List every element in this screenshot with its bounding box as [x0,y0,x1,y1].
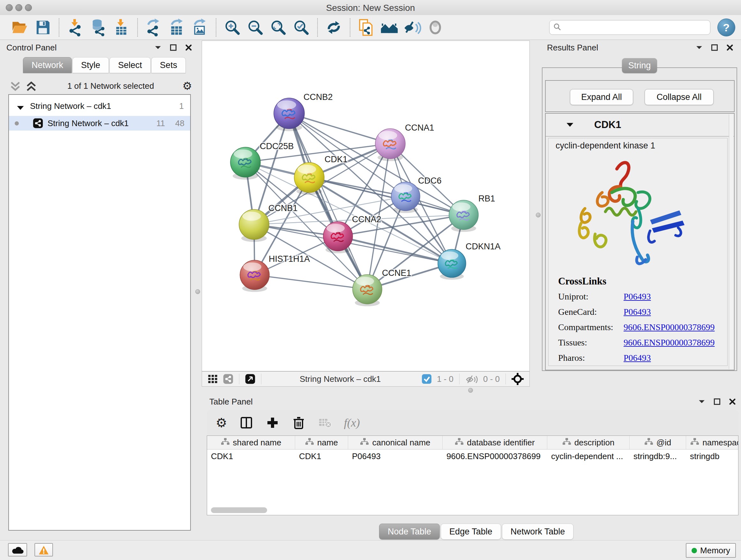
expand-all-button[interactable]: Expand All [570,89,633,105]
results-panel-close-icon[interactable] [726,44,733,51]
tab-network-table[interactable]: Network Table [502,523,574,540]
table-cell[interactable]: stringdb [686,451,738,461]
crosslink-link[interactable]: P06493 [623,353,725,363]
tab-string[interactable]: String [622,58,657,73]
hide-selected-button[interactable] [402,17,422,37]
collection-count: 1 [179,101,184,111]
entry-details: cyclin-dependent kinase 1 [548,138,728,366]
svg-text:CDC25B: CDC25B [260,141,294,151]
create-column-button[interactable] [266,416,280,430]
birds-eye-view-button[interactable] [511,372,524,386]
left-splitter-handle[interactable] [195,289,200,294]
zoom-selected-button[interactable] [291,17,311,37]
network-view-icon[interactable] [222,373,234,385]
column-label: shared name [233,438,281,448]
table-cell[interactable]: CDK1 [295,451,348,461]
tab-node-table[interactable]: Node Table [379,523,440,540]
control-panel-header: Control Panel [4,42,198,53]
table-cell[interactable]: P06493 [348,451,443,461]
save-session-button[interactable] [33,17,53,37]
zoom-in-button[interactable] [222,17,242,37]
column-label: description [575,438,615,448]
network-canvas[interactable]: CCNB2CCNB2CCNA1CCNA1CDC25BCDC25BCDK1CDK1… [202,41,530,371]
table-cell[interactable]: cyclin-dependent ... [547,451,630,461]
export-network-button[interactable] [144,17,164,37]
horizontal-splitter-handle[interactable] [468,388,473,393]
import-network-button[interactable] [65,17,85,37]
export-table-button[interactable] [167,17,187,37]
control-panel-collapse-icon[interactable] [154,44,161,51]
results-panel-collapse-icon[interactable] [696,44,703,51]
tab-sets[interactable]: Sets [151,57,186,73]
copy-network-button[interactable] [356,17,376,37]
tab-select[interactable]: Select [110,57,151,73]
import-table-button[interactable] [111,17,131,37]
results-entry-header[interactable]: CDK1 [546,114,734,137]
collection-expander-icon[interactable] [17,103,24,109]
network-row-selected[interactable]: String Network – cdk1 11 48 [9,116,190,131]
memory-button[interactable]: Memory [686,543,736,558]
collapse-all-button[interactable]: Collapse All [645,89,714,105]
selected-checkbox-icon[interactable] [421,373,432,385]
table-panel-close-icon[interactable] [729,398,736,405]
entry-expander-icon[interactable] [566,122,574,128]
table-cell[interactable]: 9606.ENSP00000378699 [443,451,547,461]
network-collection-row[interactable]: String Network – cdk1 1 [9,99,190,113]
detach-view-button[interactable] [245,373,256,385]
crosslink-link[interactable]: P06493 [623,292,725,302]
tab-style[interactable]: Style [72,57,109,73]
delete-column-button[interactable] [292,416,306,430]
toolbar-separator [216,18,216,37]
column-header-namespace[interactable]: namespace [686,436,738,449]
control-panel-close-icon[interactable] [185,44,192,51]
expand-all-networks-icon[interactable] [25,81,37,91]
crosslink-link[interactable]: P06493 [623,307,725,317]
import-network-from-database-button[interactable] [88,17,108,37]
collapse-all-networks-icon[interactable] [10,81,21,91]
column-header-database-identifier[interactable]: database identifier [443,436,547,449]
search-box[interactable] [549,20,711,35]
right-splitter-handle[interactable] [536,212,541,217]
tab-edge-table[interactable]: Edge Table [441,523,501,540]
table-horizontal-scrollbar[interactable] [211,507,267,513]
table-options-gear-icon[interactable]: ⚙ [216,417,227,428]
application-window: Session: New Session ? Control Panel Net… [0,0,741,560]
column-header-name[interactable]: name [295,436,348,449]
results-scrollbar[interactable] [729,114,733,369]
warnings-button[interactable] [35,543,53,557]
table-panel-float-icon[interactable] [714,398,721,405]
export-image-button[interactable] [190,17,210,37]
tab-network[interactable]: Network [23,57,72,73]
table-row[interactable]: CDK1CDK1P064939606.ENSP00000378699cyclin… [207,449,738,463]
zoom-out-button[interactable] [246,17,265,37]
hidden-eye-icon [465,373,479,385]
column-type-icon [305,438,314,448]
crosslink-link[interactable]: 9606.ENSP00000378699 [623,322,725,332]
crosslink-link[interactable]: 9606.ENSP00000378699 [623,337,725,348]
control-panel-float-icon[interactable] [170,44,177,51]
network-options-gear-icon[interactable]: ⚙ [183,80,192,91]
cloud-button[interactable] [8,543,27,557]
show-all-button[interactable] [425,17,445,37]
table-cell[interactable]: CDK1 [207,451,295,461]
title-bar: Session: New Session [0,0,741,15]
search-input[interactable] [564,22,707,33]
table-cell[interactable]: stringdb:9... [630,451,686,461]
results-panel-float-icon[interactable] [711,44,718,51]
show-columns-button[interactable] [239,416,253,430]
help-button[interactable]: ? [718,18,735,37]
first-neighbors-button[interactable] [380,17,399,37]
refresh-view-button[interactable] [324,17,344,37]
column-header--id[interactable]: @id [630,436,686,449]
table-panel-collapse-icon[interactable] [698,398,705,405]
zoom-fit-button[interactable] [268,17,288,37]
toolbar-separator [137,18,138,37]
column-header-shared-name[interactable]: shared name [207,436,295,449]
open-session-button[interactable] [10,17,30,37]
column-header-canonical-name[interactable]: canonical name [348,436,443,449]
svg-text:CDK1: CDK1 [325,154,347,164]
main-toolbar: ? [0,15,741,40]
grid-view-button[interactable] [207,373,219,385]
table-tabs: Node TableEdge TableNetwork Table [379,523,575,540]
column-header-description[interactable]: description [547,436,630,449]
